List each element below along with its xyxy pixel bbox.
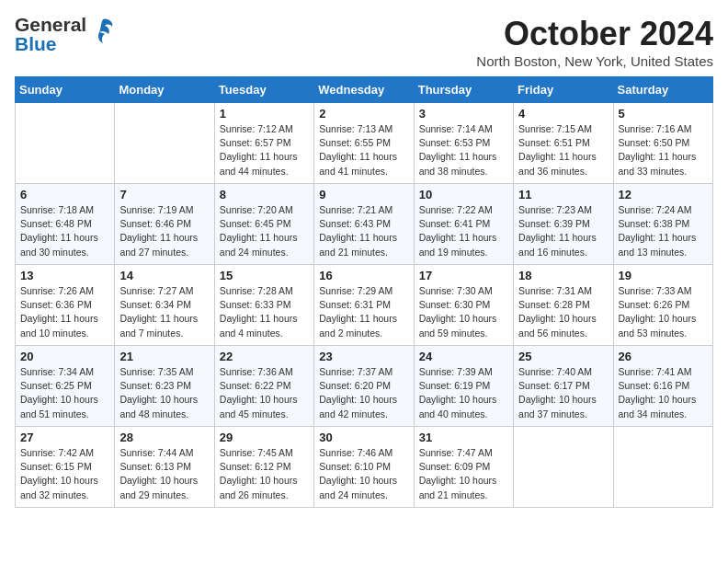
logo-blue: Blue (15, 34, 86, 53)
day-detail: Sunrise: 7:34 AM Sunset: 6:25 PM Dayligh… (20, 365, 109, 421)
calendar-cell: 25Sunrise: 7:40 AM Sunset: 6:17 PM Dayli… (514, 346, 613, 427)
calendar-cell: 11Sunrise: 7:23 AM Sunset: 6:39 PM Dayli… (514, 184, 613, 265)
day-detail: Sunrise: 7:13 AM Sunset: 6:55 PM Dayligh… (319, 122, 408, 178)
day-number: 14 (119, 269, 209, 282)
calendar-cell: 10Sunrise: 7:22 AM Sunset: 6:41 PM Dayli… (414, 184, 513, 265)
page-header: General Blue October 2024 North Boston, … (15, 15, 713, 69)
day-number: 22 (220, 350, 309, 363)
day-detail: Sunrise: 7:46 AM Sunset: 6:10 PM Dayligh… (319, 446, 408, 502)
day-detail: Sunrise: 7:36 AM Sunset: 6:22 PM Dayligh… (220, 365, 309, 421)
col-header-friday: Friday (514, 77, 613, 103)
day-number: 6 (20, 188, 109, 201)
calendar-week-row: 1Sunrise: 7:12 AM Sunset: 6:57 PM Daylig… (16, 103, 713, 184)
calendar-cell: 20Sunrise: 7:34 AM Sunset: 6:25 PM Dayli… (16, 346, 115, 427)
calendar-cell: 18Sunrise: 7:31 AM Sunset: 6:28 PM Dayli… (514, 265, 613, 346)
calendar-cell (514, 427, 613, 508)
day-detail: Sunrise: 7:15 AM Sunset: 6:51 PM Dayligh… (518, 122, 608, 178)
calendar-cell: 16Sunrise: 7:29 AM Sunset: 6:31 PM Dayli… (314, 265, 414, 346)
day-number: 18 (518, 269, 608, 282)
day-detail: Sunrise: 7:33 AM Sunset: 6:26 PM Dayligh… (619, 284, 708, 340)
calendar-cell: 24Sunrise: 7:39 AM Sunset: 6:19 PM Dayli… (414, 346, 513, 427)
day-detail: Sunrise: 7:14 AM Sunset: 6:53 PM Dayligh… (419, 122, 508, 178)
calendar-cell: 23Sunrise: 7:37 AM Sunset: 6:20 PM Dayli… (314, 346, 414, 427)
day-number: 11 (518, 188, 608, 201)
col-header-sunday: Sunday (16, 77, 115, 103)
calendar-table: SundayMondayTuesdayWednesdayThursdayFrid… (15, 76, 713, 508)
day-number: 21 (119, 350, 209, 363)
day-number: 2 (319, 107, 408, 121)
day-detail: Sunrise: 7:31 AM Sunset: 6:28 PM Dayligh… (518, 284, 608, 340)
calendar-cell: 6Sunrise: 7:18 AM Sunset: 6:48 PM Daylig… (16, 184, 115, 265)
day-detail: Sunrise: 7:16 AM Sunset: 6:50 PM Dayligh… (619, 122, 708, 178)
day-detail: Sunrise: 7:20 AM Sunset: 6:45 PM Dayligh… (220, 203, 309, 259)
day-number: 10 (419, 188, 508, 201)
day-detail: Sunrise: 7:21 AM Sunset: 6:43 PM Dayligh… (319, 203, 408, 259)
day-number: 27 (20, 431, 109, 444)
calendar-cell (16, 103, 115, 184)
day-number: 7 (119, 188, 209, 201)
day-detail: Sunrise: 7:45 AM Sunset: 6:12 PM Dayligh… (220, 446, 309, 502)
day-number: 4 (518, 107, 608, 121)
calendar-cell (613, 427, 712, 508)
day-number: 17 (419, 269, 508, 282)
calendar-cell: 3Sunrise: 7:14 AM Sunset: 6:53 PM Daylig… (414, 103, 513, 184)
calendar-cell: 12Sunrise: 7:24 AM Sunset: 6:38 PM Dayli… (613, 184, 712, 265)
day-detail: Sunrise: 7:29 AM Sunset: 6:31 PM Dayligh… (319, 284, 408, 340)
calendar-week-row: 6Sunrise: 7:18 AM Sunset: 6:48 PM Daylig… (16, 184, 713, 265)
calendar-cell: 14Sunrise: 7:27 AM Sunset: 6:34 PM Dayli… (115, 265, 214, 346)
logo: General Blue (15, 15, 116, 53)
calendar-cell: 21Sunrise: 7:35 AM Sunset: 6:23 PM Dayli… (115, 346, 214, 427)
day-detail: Sunrise: 7:41 AM Sunset: 6:16 PM Dayligh… (619, 365, 708, 421)
calendar-cell (115, 103, 214, 184)
day-detail: Sunrise: 7:26 AM Sunset: 6:36 PM Dayligh… (20, 284, 109, 340)
calendar-cell: 30Sunrise: 7:46 AM Sunset: 6:10 PM Dayli… (314, 427, 414, 508)
col-header-wednesday: Wednesday (314, 77, 414, 103)
calendar-cell: 17Sunrise: 7:30 AM Sunset: 6:30 PM Dayli… (414, 265, 513, 346)
day-detail: Sunrise: 7:35 AM Sunset: 6:23 PM Dayligh… (119, 365, 209, 421)
day-number: 29 (220, 431, 309, 444)
day-detail: Sunrise: 7:44 AM Sunset: 6:13 PM Dayligh… (119, 446, 209, 502)
col-header-tuesday: Tuesday (214, 77, 313, 103)
day-detail: Sunrise: 7:47 AM Sunset: 6:09 PM Dayligh… (419, 446, 508, 502)
calendar-cell: 26Sunrise: 7:41 AM Sunset: 6:16 PM Dayli… (613, 346, 712, 427)
month-title: October 2024 (476, 15, 713, 53)
day-detail: Sunrise: 7:39 AM Sunset: 6:19 PM Dayligh… (419, 365, 508, 421)
day-detail: Sunrise: 7:18 AM Sunset: 6:48 PM Dayligh… (20, 203, 109, 259)
day-number: 5 (619, 107, 708, 121)
calendar-week-row: 27Sunrise: 7:42 AM Sunset: 6:15 PM Dayli… (16, 427, 713, 508)
calendar-cell: 15Sunrise: 7:28 AM Sunset: 6:33 PM Dayli… (214, 265, 313, 346)
day-detail: Sunrise: 7:24 AM Sunset: 6:38 PM Dayligh… (619, 203, 708, 259)
calendar-cell: 7Sunrise: 7:19 AM Sunset: 6:46 PM Daylig… (115, 184, 214, 265)
calendar-week-row: 13Sunrise: 7:26 AM Sunset: 6:36 PM Dayli… (16, 265, 713, 346)
calendar-cell: 9Sunrise: 7:21 AM Sunset: 6:43 PM Daylig… (314, 184, 414, 265)
calendar-cell: 31Sunrise: 7:47 AM Sunset: 6:09 PM Dayli… (414, 427, 513, 508)
calendar-cell: 27Sunrise: 7:42 AM Sunset: 6:15 PM Dayli… (16, 427, 115, 508)
location-text: North Boston, New York, United States (476, 53, 713, 69)
day-number: 28 (119, 431, 209, 444)
col-header-monday: Monday (115, 77, 214, 103)
day-detail: Sunrise: 7:30 AM Sunset: 6:30 PM Dayligh… (419, 284, 508, 340)
day-detail: Sunrise: 7:28 AM Sunset: 6:33 PM Dayligh… (220, 284, 309, 340)
calendar-cell: 2Sunrise: 7:13 AM Sunset: 6:55 PM Daylig… (314, 103, 414, 184)
calendar-cell: 19Sunrise: 7:33 AM Sunset: 6:26 PM Dayli… (613, 265, 712, 346)
title-block: October 2024 North Boston, New York, Uni… (476, 15, 713, 69)
day-number: 24 (419, 350, 508, 363)
calendar-week-row: 20Sunrise: 7:34 AM Sunset: 6:25 PM Dayli… (16, 346, 713, 427)
day-number: 23 (319, 350, 408, 363)
day-number: 16 (319, 269, 408, 282)
day-number: 1 (220, 107, 309, 121)
calendar-cell: 13Sunrise: 7:26 AM Sunset: 6:36 PM Dayli… (16, 265, 115, 346)
day-detail: Sunrise: 7:22 AM Sunset: 6:41 PM Dayligh… (419, 203, 508, 259)
calendar-cell: 1Sunrise: 7:12 AM Sunset: 6:57 PM Daylig… (214, 103, 313, 184)
day-number: 13 (20, 269, 109, 282)
day-number: 3 (419, 107, 508, 121)
day-detail: Sunrise: 7:19 AM Sunset: 6:46 PM Dayligh… (119, 203, 209, 259)
logo-bird-icon (90, 17, 116, 47)
col-header-thursday: Thursday (414, 77, 513, 103)
day-detail: Sunrise: 7:42 AM Sunset: 6:15 PM Dayligh… (20, 446, 109, 502)
day-detail: Sunrise: 7:27 AM Sunset: 6:34 PM Dayligh… (119, 284, 209, 340)
col-header-saturday: Saturday (613, 77, 712, 103)
day-number: 8 (220, 188, 309, 201)
day-number: 31 (419, 431, 508, 444)
calendar-cell: 29Sunrise: 7:45 AM Sunset: 6:12 PM Dayli… (214, 427, 313, 508)
